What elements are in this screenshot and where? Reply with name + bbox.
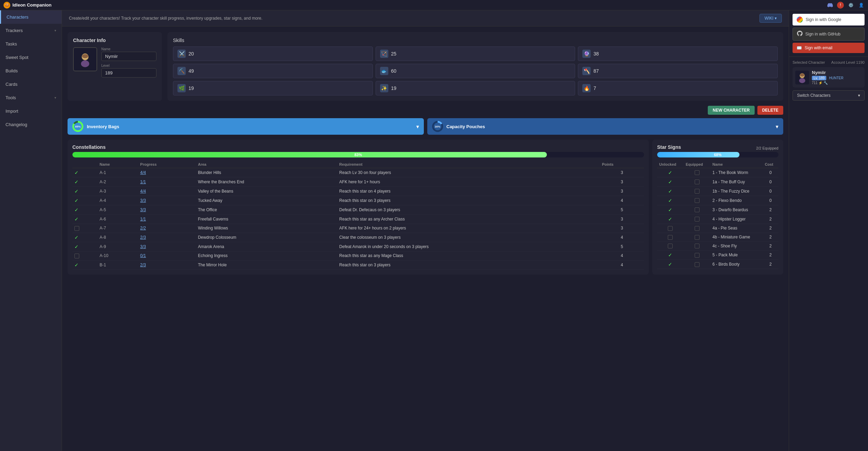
ss-equipped-4[interactable] (684, 205, 711, 215)
right-sidebar: Sign in with Google Sign in with GitHub … (789, 0, 868, 451)
switch-characters-button[interactable]: Switch Characters ▾ (793, 90, 865, 101)
const-progress-7[interactable]: 2/3 (138, 233, 196, 242)
capacity-pouches-bar[interactable]: 16% Capacity Pouches ▾ (427, 118, 784, 135)
const-name-9: A-10 (98, 251, 138, 260)
equipped-checkbox-icon[interactable] (695, 207, 699, 212)
ss-equipped-10[interactable] (684, 260, 711, 269)
const-req-10: Reach this star on 3 players (337, 260, 600, 269)
skill-icon-5: 🪓 (582, 67, 591, 75)
delete-button[interactable]: DELETE (757, 106, 783, 115)
char-info-title: Character Info (73, 38, 156, 43)
sidebar-item-import[interactable]: Import (0, 104, 62, 118)
ss-equipped-7[interactable] (684, 233, 711, 242)
ss-cost-2: 0 (763, 187, 778, 196)
const-progress-1[interactable]: 1/1 (138, 177, 196, 187)
char-card-name: Nymiir (812, 70, 862, 75)
settings-icon[interactable]: ⚙️ (847, 2, 854, 9)
const-progress-9[interactable]: 0/1 (138, 251, 196, 260)
wiki-button[interactable]: WIKI ▾ (759, 14, 782, 23)
ss-equipped-9[interactable] (684, 250, 711, 260)
sidebar-item-tasks[interactable]: Tasks (0, 37, 62, 51)
ss-name-10: 6 - Birds Booty (711, 260, 763, 269)
ss-equipped-2[interactable] (684, 187, 711, 196)
page-content: Character Info Name (62, 27, 789, 451)
equipped-checkbox-icon[interactable] (695, 180, 699, 184)
new-character-button[interactable]: NEW CHARACTER (708, 106, 754, 115)
const-progress-4[interactable]: 3/3 (138, 205, 196, 215)
equipped-checkbox-icon[interactable] (695, 226, 699, 231)
star-signs-title: Star Signs (657, 144, 681, 150)
col-unlocked: Unlocked (657, 161, 684, 168)
ss-equipped-1[interactable] (684, 177, 711, 187)
const-area-5: Freefall Caverns (196, 215, 337, 224)
google-btn-label: Sign in with Google (806, 17, 841, 22)
sign-in-google-button[interactable]: Sign in with Google (793, 14, 865, 25)
equipped-checkbox-icon[interactable] (695, 198, 699, 203)
const-req-5: Reach this star as any Archer Class (337, 215, 600, 224)
svg-point-5 (81, 60, 89, 67)
const-progress-10[interactable]: 2/3 (138, 260, 196, 269)
ss-equipped-3[interactable] (684, 196, 711, 205)
const-progress-2[interactable]: 4/4 (138, 187, 196, 196)
ss-equipped-0[interactable] (684, 168, 711, 177)
const-req-4: Defeat Dr. Defecaus on 3 players (337, 205, 600, 215)
user-icon[interactable]: 👤 (858, 2, 865, 9)
ss-name-9: 5 - Pack Mule (711, 250, 763, 260)
const-progress-3[interactable]: 3/3 (138, 196, 196, 205)
const-progress-5[interactable]: 1/1 (138, 215, 196, 224)
inventory-bags-bar[interactable]: 85% Inventory Bags ▾ (68, 118, 424, 135)
sidebar-item-characters[interactable]: Characters (0, 10, 62, 24)
sidebar-item-builds[interactable]: Builds (0, 64, 62, 78)
sidebar-item-tools[interactable]: Tools ▾ (0, 91, 62, 104)
sidebar: Characters Trackers ▾ Tasks Sweet Spot B… (0, 0, 62, 451)
unlocked-yes-icon: ✓ (668, 262, 672, 267)
unlocked-no-icon (668, 235, 673, 240)
unlocked-yes-icon: ✓ (668, 216, 672, 222)
sidebar-item-trackers[interactable]: Trackers ▾ (0, 24, 62, 37)
const-progress-6[interactable]: 2/2 (138, 224, 196, 233)
sidebar-item-label: Tasks (6, 41, 17, 47)
topbar-icons: ! ⚙️ 👤 (827, 2, 865, 9)
unlocked-yes-icon: ✓ (668, 179, 672, 185)
char-level-field: Level 189 (101, 64, 156, 78)
checkmark-yes-icon: ✓ (74, 244, 79, 249)
equipped-checkbox-icon[interactable] (695, 217, 699, 222)
account-level-label: Account Level 1190 (831, 60, 865, 64)
constellations-progress-fill (72, 152, 547, 157)
equipped-checkbox-icon[interactable] (695, 170, 699, 175)
equipped-checkbox-icon[interactable] (695, 253, 699, 258)
const-progress-0[interactable]: 4/4 (138, 168, 196, 177)
equipped-checkbox-icon[interactable] (695, 262, 699, 267)
const-name-6: A-7 (98, 224, 138, 233)
equipped-checkbox-icon[interactable] (695, 244, 699, 248)
star-signs-header: Star Signs 2/2 Equipped (657, 144, 778, 152)
const-progress-8[interactable]: 3/3 (138, 242, 196, 251)
ss-equipped-8[interactable] (684, 242, 711, 250)
star-sign-row-7: 4b - Miniature Game 2 (657, 233, 778, 242)
equipped-checkbox-icon[interactable] (695, 189, 699, 194)
checkmark-yes-icon: ✓ (74, 207, 79, 213)
skill-item-2: 🔮 38 (578, 47, 778, 61)
char-level-value[interactable]: 189 (101, 68, 156, 78)
ss-cost-6: 2 (763, 224, 778, 233)
sidebar-item-cards[interactable]: Cards (0, 78, 62, 91)
github-btn-label: Sign in with GitHub (805, 32, 840, 37)
ss-cost-3: 0 (763, 196, 778, 205)
notification-icon[interactable]: ! (837, 2, 844, 9)
sign-in-email-button[interactable]: ✉️ Sign with email (793, 43, 865, 53)
sidebar-item-changelog[interactable]: Changelog (0, 118, 62, 131)
equipped-checkbox-icon[interactable] (695, 235, 699, 240)
switch-chevron-icon: ▾ (858, 93, 860, 98)
ss-equipped-6[interactable] (684, 224, 711, 233)
character-avatar (73, 47, 97, 71)
char-name-value[interactable]: Nymiir (101, 52, 156, 61)
const-points-5: 3 (600, 215, 644, 224)
col-check (72, 161, 98, 168)
selected-character-section: Selected Character Account Level 1190 Ny… (789, 57, 868, 104)
sign-in-github-button[interactable]: Sign in with GitHub (793, 28, 865, 41)
sidebar-item-sweet-spot[interactable]: Sweet Spot (0, 51, 62, 64)
discord-icon[interactable] (827, 2, 834, 9)
checkmark-no-icon (74, 254, 79, 258)
ss-equipped-5[interactable] (684, 215, 711, 224)
const-area-9: Echoing Ingress (196, 251, 337, 260)
